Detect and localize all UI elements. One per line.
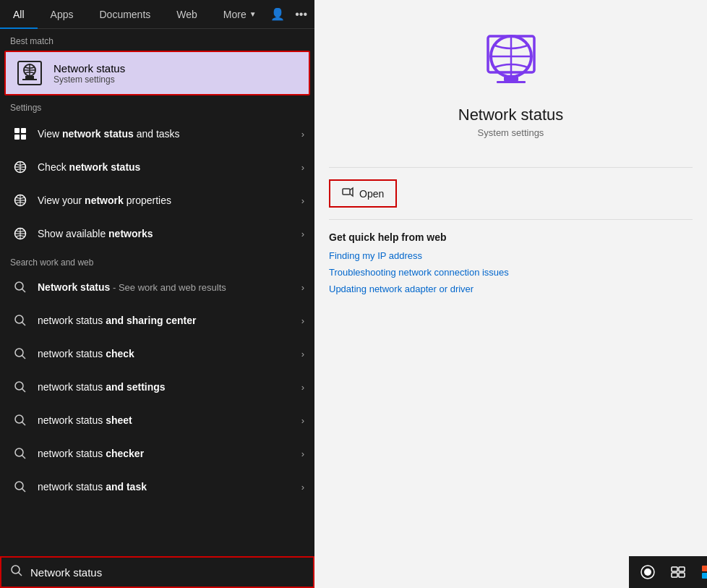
best-match-subtitle: System settings — [53, 74, 125, 85]
task-view-icon[interactable] — [665, 559, 691, 585]
app-detail-title: Network status — [458, 106, 564, 124]
tabs-bar: All Apps Documents Web More ▼ 👤 ••• — [0, 0, 314, 29]
quick-help-link[interactable]: Troubleshooting network connection issue… — [329, 267, 693, 278]
tab-apps[interactable]: Apps — [38, 0, 87, 29]
svg-line-26 — [22, 389, 26, 393]
chevron-right-icon: › — [301, 448, 304, 459]
quick-help-link[interactable]: Finding my IP address — [329, 250, 693, 261]
tab-all[interactable]: All — [0, 0, 38, 29]
best-match-label: Best match — [0, 29, 314, 51]
svg-rect-7 — [21, 128, 26, 133]
open-button[interactable]: Open — [329, 179, 397, 208]
list-item[interactable]: Show available networks › — [0, 217, 314, 250]
list-item[interactable]: network status sheet › — [0, 404, 314, 437]
svg-line-30 — [22, 456, 26, 459]
svg-point-29 — [15, 448, 23, 456]
svg-line-20 — [22, 289, 26, 293]
svg-line-24 — [22, 356, 26, 359]
tab-web[interactable]: Web — [163, 0, 210, 29]
list-item[interactable]: network status checker › — [0, 437, 314, 470]
chevron-right-icon: › — [301, 282, 304, 293]
svg-rect-5 — [22, 79, 37, 80]
quick-help-link[interactable]: Updating network adapter or driver — [329, 284, 693, 294]
svg-rect-9 — [21, 135, 26, 140]
svg-rect-8 — [14, 135, 20, 140]
search-panel: All Apps Documents Web More ▼ 👤 ••• Best… — [0, 0, 314, 588]
best-match-title: Network status — [53, 62, 125, 74]
quick-help-section: Get quick help from web Finding my IP ad… — [314, 231, 707, 300]
search-icon — [10, 377, 30, 397]
svg-point-19 — [15, 282, 23, 290]
list-item[interactable]: Check network status › — [0, 150, 314, 184]
chevron-right-icon: › — [301, 162, 304, 173]
search-icon — [10, 410, 30, 430]
svg-rect-46 — [672, 573, 677, 577]
svg-rect-39 — [497, 81, 526, 83]
svg-point-25 — [15, 382, 23, 390]
user-search-icon[interactable]: 👤 — [270, 7, 285, 21]
divider — [329, 219, 693, 220]
cortana-icon[interactable] — [635, 559, 661, 585]
search-icon — [10, 277, 30, 297]
svg-rect-38 — [504, 77, 518, 81]
store-icon[interactable] — [695, 559, 707, 585]
settings-grid-icon — [10, 124, 30, 144]
list-item[interactable]: network status and task › — [0, 470, 314, 503]
settings-section-label: Settings — [0, 95, 314, 117]
app-detail: Network status System settings — [314, 0, 707, 167]
chevron-right-icon: › — [301, 229, 304, 239]
taskbar: W — [629, 556, 707, 588]
list-item[interactable]: View network status and tasks › — [0, 117, 314, 150]
app-detail-icon — [479, 29, 544, 94]
chevron-right-icon: › — [301, 482, 304, 493]
search-icon — [10, 477, 30, 497]
search-bar-icon — [10, 564, 23, 580]
open-button-label: Open — [359, 188, 384, 200]
best-match-item[interactable]: Network status System settings — [4, 51, 310, 95]
tab-documents[interactable]: Documents — [86, 0, 163, 29]
open-icon — [342, 187, 354, 200]
svg-rect-4 — [25, 76, 34, 79]
svg-point-33 — [12, 566, 20, 574]
list-item[interactable]: View your network properties › — [0, 184, 314, 217]
globe-icon — [10, 223, 30, 244]
tab-more[interactable]: More ▼ — [210, 0, 270, 29]
globe-icon — [10, 157, 30, 177]
svg-rect-44 — [672, 567, 677, 571]
svg-rect-50 — [702, 573, 707, 579]
search-bar[interactable] — [0, 556, 314, 588]
search-input[interactable] — [30, 566, 304, 579]
more-options-icon[interactable]: ••• — [295, 8, 307, 21]
app-detail-subtitle: System settings — [478, 127, 544, 138]
globe-icon — [10, 190, 30, 210]
chevron-right-icon: › — [301, 415, 304, 426]
list-item[interactable]: Network status - See work and web result… — [0, 270, 314, 304]
svg-point-23 — [15, 349, 23, 357]
svg-line-28 — [22, 422, 26, 426]
svg-rect-41 — [343, 189, 350, 195]
list-item[interactable]: network status and sharing center › — [0, 304, 314, 337]
list-item[interactable]: network status and settings › — [0, 370, 314, 404]
search-icon — [10, 310, 30, 331]
svg-line-22 — [22, 323, 26, 326]
svg-rect-6 — [14, 128, 20, 133]
svg-point-21 — [15, 315, 23, 323]
results-list: Best match Network status System setting… — [0, 29, 314, 588]
search-icon — [10, 344, 30, 364]
list-item[interactable]: network status check › — [0, 337, 314, 370]
svg-rect-47 — [679, 573, 685, 577]
svg-point-27 — [15, 415, 23, 423]
right-panel: Network status System settings Open Get … — [314, 0, 707, 588]
svg-point-43 — [644, 568, 651, 576]
svg-line-32 — [22, 489, 26, 493]
chevron-right-icon: › — [301, 349, 304, 359]
chevron-right-icon: › — [301, 315, 304, 326]
search-web-label: Search work and web — [0, 250, 314, 270]
search-icon — [10, 443, 30, 464]
svg-rect-45 — [679, 567, 685, 571]
svg-line-34 — [19, 573, 22, 576]
quick-help-title: Get quick help from web — [329, 231, 693, 243]
network-status-icon — [16, 59, 43, 87]
svg-point-31 — [15, 482, 23, 490]
svg-rect-48 — [702, 566, 707, 571]
